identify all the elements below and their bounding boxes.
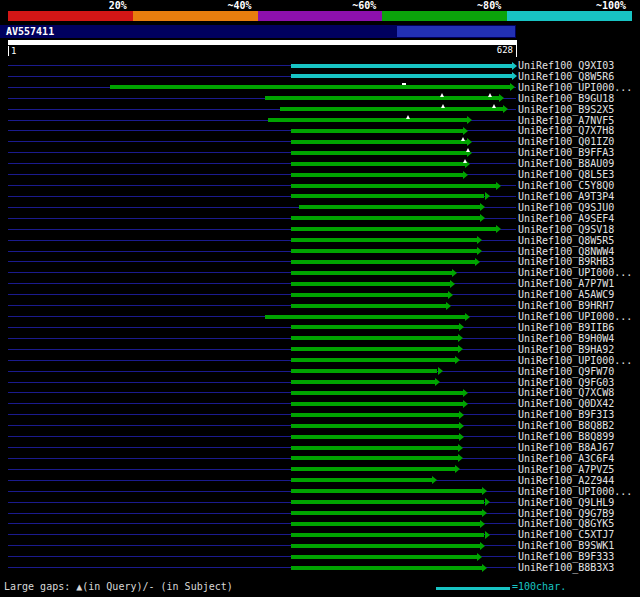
alignment-bar[interactable] — [291, 282, 450, 286]
alignment-bar[interactable] — [291, 380, 435, 384]
alignment-bar[interactable] — [291, 413, 460, 417]
alignment-bar[interactable] — [280, 107, 503, 111]
hit-label[interactable]: UniRef100_Q9SJU0 — [518, 202, 614, 213]
alignment-bar[interactable] — [291, 194, 485, 198]
hit-label[interactable]: UniRef100_B8AJ67 — [518, 442, 614, 453]
alignment-bar[interactable] — [291, 260, 475, 264]
hit-label[interactable]: UniRef100_B8Q8B2 — [518, 420, 614, 431]
hit-label[interactable]: UniRef100_B8B3X3 — [518, 562, 614, 573]
hit-label[interactable]: UniRef100_Q8L5E3 — [518, 169, 614, 180]
alignment-bar[interactable] — [291, 446, 458, 450]
hit-label[interactable]: UniRef100_B9S2X5 — [518, 104, 614, 115]
alignment-arrowhead — [455, 356, 460, 364]
alignment-bar[interactable] — [291, 74, 512, 78]
alignment-bar[interactable] — [291, 566, 482, 570]
hit-label[interactable]: UniRef100_B8Q899 — [518, 431, 614, 442]
hit-label[interactable]: UniRef100_Q9SV18 — [518, 224, 614, 235]
hit-label[interactable]: UniRef100_UPI000... — [518, 311, 632, 322]
alignment-bar[interactable] — [291, 500, 485, 504]
alignment-bar[interactable] — [291, 238, 477, 242]
hit-label[interactable]: UniRef100_Q9FG03 — [518, 377, 614, 388]
hit-row: UniRef100_Q9XI03 — [0, 60, 640, 71]
alignment-arrowhead — [467, 116, 472, 124]
alignment-bar[interactable] — [291, 249, 477, 253]
alignment-bar[interactable] — [291, 467, 456, 471]
hit-label[interactable]: UniRef100_C5Y8Q0 — [518, 180, 614, 191]
hit-label[interactable]: UniRef100_B9RHB3 — [518, 256, 614, 267]
hit-label[interactable]: UniRef100_UPI000... — [518, 355, 632, 366]
alignment-bar[interactable] — [291, 402, 463, 406]
hit-label[interactable]: UniRef100_Q01IZ0 — [518, 136, 614, 147]
hit-label[interactable]: UniRef100_A7PVZ5 — [518, 464, 614, 475]
alignment-bar[interactable] — [291, 424, 460, 428]
hit-label[interactable]: UniRef100_UPI000... — [518, 486, 632, 497]
alignment-bar[interactable] — [291, 151, 468, 155]
alignment-bar[interactable] — [291, 555, 477, 559]
hit-label[interactable]: UniRef100_B9IIB6 — [518, 322, 614, 333]
hit-row: UniRef100_C5Y8Q0 — [0, 180, 640, 191]
alignment-bar[interactable] — [110, 85, 510, 89]
alignment-bar[interactable] — [291, 336, 458, 340]
alignment-bar[interactable] — [291, 391, 463, 395]
hit-label[interactable]: UniRef100_UPI000... — [518, 82, 632, 93]
hit-label[interactable]: UniRef100_A5AWC9 — [518, 289, 614, 300]
alignment-bar[interactable] — [291, 173, 463, 177]
hit-label[interactable]: UniRef100_B9HA92 — [518, 344, 614, 355]
alignment-bar[interactable] — [268, 118, 467, 122]
hit-label[interactable]: UniRef100_B9F333 — [518, 551, 614, 562]
alignment-bar[interactable] — [291, 456, 458, 460]
alignment-arrowhead — [485, 531, 490, 539]
alignment-bar[interactable] — [291, 522, 481, 526]
alignment-bar[interactable] — [291, 544, 481, 548]
hit-label[interactable]: UniRef100_Q8GYK5 — [518, 518, 614, 529]
alignment-bar[interactable] — [291, 435, 460, 439]
hit-label[interactable]: UniRef100_A9SEF4 — [518, 213, 614, 224]
alignment-bar[interactable] — [291, 162, 465, 166]
alignment-bar[interactable] — [291, 347, 458, 351]
alignment-bar[interactable] — [291, 184, 496, 188]
hit-label[interactable]: UniRef100_B8AU09 — [518, 158, 614, 169]
hit-label[interactable]: UniRef100_Q7XCW8 — [518, 387, 614, 398]
alignment-bar[interactable] — [291, 478, 432, 482]
alignment-bar[interactable] — [291, 293, 448, 297]
hit-label[interactable]: UniRef100_Q9LHL9 — [518, 497, 614, 508]
hit-label[interactable]: UniRef100_A7P7W1 — [518, 278, 614, 289]
hit-label[interactable]: UniRef100_Q8W5R6 — [518, 71, 614, 82]
hit-label[interactable]: UniRef100_Q9XI03 — [518, 60, 614, 71]
hit-label[interactable]: UniRef100_B9FFA3 — [518, 147, 614, 158]
hit-label[interactable]: UniRef100_B9F3I3 — [518, 409, 614, 420]
alignment-bar[interactable] — [291, 358, 456, 362]
alignment-bar[interactable] — [291, 369, 438, 373]
hit-label[interactable]: UniRef100_B9H0W4 — [518, 333, 614, 344]
hit-label[interactable]: UniRef100_B9SWK1 — [518, 540, 614, 551]
hit-label[interactable]: UniRef100_Q8W5R5 — [518, 235, 614, 246]
hit-label[interactable]: UniRef100_B9GU18 — [518, 93, 614, 104]
hit-label[interactable]: UniRef100_A9T3P4 — [518, 191, 614, 202]
hit-label[interactable]: UniRef100_Q8NWW4 — [518, 246, 614, 257]
alignment-bar[interactable] — [291, 129, 463, 133]
alignment-bar[interactable] — [299, 205, 481, 209]
hit-label[interactable]: UniRef100_A7NVF5 — [518, 115, 614, 126]
alignment-bar[interactable] — [291, 64, 512, 68]
alignment-bar[interactable] — [291, 325, 460, 329]
hit-label[interactable]: UniRef100_C5XTJ7 — [518, 529, 614, 540]
alignment-bar[interactable] — [291, 511, 482, 515]
hit-label[interactable]: UniRef100_A2Z944 — [518, 475, 614, 486]
hit-row: UniRef100_Q9G7B9 — [0, 508, 640, 519]
alignment-bar[interactable] — [291, 140, 468, 144]
hit-label[interactable]: UniRef100_Q9G7B9 — [518, 508, 614, 519]
hit-label[interactable]: UniRef100_Q7X7H8 — [518, 125, 614, 136]
hit-label[interactable]: UniRef100_A3C6F4 — [518, 453, 614, 464]
alignment-bar[interactable] — [291, 271, 452, 275]
alignment-bar[interactable] — [291, 304, 446, 308]
alignment-bar[interactable] — [291, 489, 482, 493]
alignment-bar[interactable] — [291, 533, 485, 537]
alignment-bar[interactable] — [291, 216, 481, 220]
alignment-bar[interactable] — [291, 227, 496, 231]
alignment-bar[interactable] — [265, 96, 499, 100]
alignment-bar[interactable] — [265, 315, 465, 319]
hit-label[interactable]: UniRef100_UPI000... — [518, 267, 632, 278]
hit-label[interactable]: UniRef100_Q0DX42 — [518, 398, 614, 409]
hit-label[interactable]: UniRef100_B9HRH7 — [518, 300, 614, 311]
hit-label[interactable]: UniRef100_Q9FW70 — [518, 366, 614, 377]
